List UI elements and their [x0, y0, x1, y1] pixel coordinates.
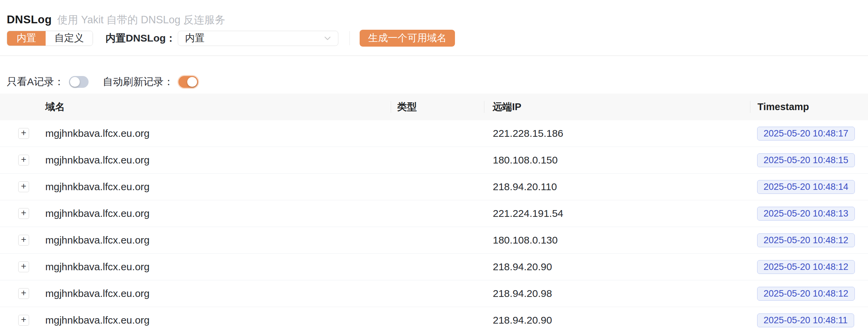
table-row[interactable]: + mgjhnkbava.lfcx.eu.org 218.94.20.90 20… [0, 254, 868, 280]
timestamp-cell: 2025-05-20 10:48:12 [750, 260, 868, 274]
expand-row-button[interactable]: + [18, 208, 29, 219]
toggle-knob [70, 77, 80, 87]
timestamp-cell: 2025-05-20 10:48:13 [750, 207, 868, 221]
remote-ip-cell: 218.94.20.98 [484, 288, 750, 299]
table-row[interactable]: + mgjhnkbava.lfcx.eu.org 221.224.191.54 … [0, 200, 868, 227]
remote-ip-cell: 218.94.20.90 [484, 261, 750, 273]
remote-ip-cell: 221.228.15.186 [484, 128, 750, 139]
dns-records-table: 域名 类型 远端IP Timestamp + mgjhnkbava.lfcx.e… [0, 94, 868, 329]
column-header-type: 类型 [391, 94, 484, 120]
expand-cell: + [0, 315, 37, 326]
domain-cell: mgjhnkbava.lfcx.eu.org [37, 234, 391, 246]
filters-bar: 只看A记录： 自动刷新记录： [7, 75, 198, 88]
domain-cell: mgjhnkbava.lfcx.eu.org [37, 154, 391, 166]
auto-refresh-label: 自动刷新记录： [103, 75, 174, 89]
page-title: DNSLog [7, 13, 52, 26]
domain-cell: mgjhnkbava.lfcx.eu.org [37, 314, 391, 326]
column-header-expand [0, 94, 37, 120]
remote-ip-cell: 180.108.0.150 [484, 154, 750, 166]
timestamp-badge: 2025-05-20 10:48:12 [757, 287, 855, 301]
toolbar: 内置 自定义 内置DNSLog： 内置 生成一个可用域名 [7, 29, 455, 47]
segment-custom-button[interactable]: 自定义 [46, 31, 93, 46]
domain-cell: mgjhnkbava.lfcx.eu.org [37, 261, 391, 273]
domain-cell: mgjhnkbava.lfcx.eu.org [37, 208, 391, 219]
only-a-record-toggle[interactable] [69, 76, 89, 88]
auto-refresh-toggle[interactable] [178, 76, 198, 88]
domain-cell: mgjhnkbava.lfcx.eu.org [37, 288, 391, 299]
toggle-knob [187, 77, 197, 87]
expand-row-button[interactable]: + [18, 288, 29, 299]
column-divider [391, 101, 391, 113]
expand-cell: + [0, 235, 37, 246]
column-header-domain: 域名 [37, 94, 391, 120]
toolbar-divider [349, 31, 350, 45]
expand-row-button[interactable]: + [18, 181, 29, 192]
page-header: DNSLog 使用 Yakit 自带的 DNSLog 反连服务 [7, 13, 225, 27]
expand-cell: + [0, 181, 37, 192]
expand-cell: + [0, 208, 37, 219]
timestamp-cell: 2025-05-20 10:48:17 [750, 127, 868, 141]
timestamp-cell: 2025-05-20 10:48:12 [750, 287, 868, 301]
timestamp-badge: 2025-05-20 10:48:12 [757, 260, 855, 274]
timestamp-badge: 2025-05-20 10:48:12 [757, 233, 855, 247]
expand-row-button[interactable]: + [18, 315, 29, 326]
timestamp-badge: 2025-05-20 10:48:15 [757, 153, 855, 167]
segment-builtin-button[interactable]: 内置 [7, 31, 46, 46]
timestamp-badge: 2025-05-20 10:48:11 [757, 313, 854, 327]
table-row[interactable]: + mgjhnkbava.lfcx.eu.org 180.108.0.150 2… [0, 147, 868, 174]
expand-row-button[interactable]: + [18, 155, 29, 166]
timestamp-cell: 2025-05-20 10:48:15 [750, 153, 868, 167]
timestamp-cell: 2025-05-20 10:48:12 [750, 233, 868, 247]
expand-row-button[interactable]: + [18, 128, 29, 139]
timestamp-badge: 2025-05-20 10:48:17 [757, 127, 855, 141]
column-header-remote-ip: 远端IP [484, 94, 750, 120]
remote-ip-cell: 221.224.191.54 [484, 208, 750, 219]
table-row[interactable]: + mgjhnkbava.lfcx.eu.org 221.228.15.186 … [0, 120, 868, 147]
remote-ip-cell: 218.94.20.110 [484, 181, 750, 193]
timestamp-badge: 2025-05-20 10:48:14 [757, 180, 855, 194]
domain-cell: mgjhnkbava.lfcx.eu.org [37, 181, 391, 193]
timestamp-cell: 2025-05-20 10:48:11 [750, 313, 868, 327]
timestamp-badge: 2025-05-20 10:48:13 [757, 207, 855, 221]
expand-cell: + [0, 128, 37, 139]
table-header: 域名 类型 远端IP Timestamp [0, 94, 868, 120]
table-row[interactable]: + mgjhnkbava.lfcx.eu.org 218.94.20.110 2… [0, 174, 868, 200]
expand-cell: + [0, 261, 37, 272]
domain-cell: mgjhnkbava.lfcx.eu.org [37, 128, 391, 139]
column-divider [750, 101, 750, 113]
only-a-record-label: 只看A记录： [7, 75, 64, 89]
generate-domain-button[interactable]: 生成一个可用域名 [360, 30, 455, 47]
builtin-dnslog-select[interactable]: 内置 [178, 31, 338, 46]
chevron-down-icon [323, 34, 332, 43]
table-row[interactable]: + mgjhnkbava.lfcx.eu.org 180.108.0.130 2… [0, 227, 868, 254]
toolbar-rule-divider [0, 55, 868, 56]
builtin-dnslog-label: 内置DNSLog： [105, 31, 176, 45]
column-divider [484, 101, 484, 113]
expand-cell: + [0, 155, 37, 166]
table-row[interactable]: + mgjhnkbava.lfcx.eu.org 218.94.20.90 20… [0, 307, 868, 329]
remote-ip-cell: 180.108.0.130 [484, 234, 750, 246]
remote-ip-cell: 218.94.20.90 [484, 314, 750, 326]
page-subtitle: 使用 Yakit 自带的 DNSLog 反连服务 [57, 13, 225, 27]
builtin-dnslog-select-value: 内置 [185, 31, 204, 45]
expand-cell: + [0, 288, 37, 299]
dnslog-mode-segmented: 内置 自定义 [7, 31, 93, 46]
expand-row-button[interactable]: + [18, 235, 29, 246]
column-header-timestamp: Timestamp [750, 94, 868, 120]
table-row[interactable]: + mgjhnkbava.lfcx.eu.org 218.94.20.98 20… [0, 280, 868, 307]
table-body: + mgjhnkbava.lfcx.eu.org 221.228.15.186 … [0, 120, 868, 329]
timestamp-cell: 2025-05-20 10:48:14 [750, 180, 868, 194]
expand-row-button[interactable]: + [18, 261, 29, 272]
